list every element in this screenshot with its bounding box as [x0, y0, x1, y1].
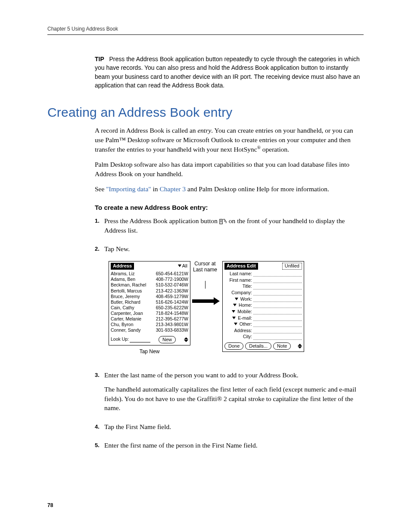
address-row[interactable]: Chu, Byron213-343-9801W	[111, 322, 188, 327]
edit-field[interactable]: Last name:	[224, 271, 302, 277]
address-row[interactable]: Bertolli, Marcus213-422-1363W	[111, 288, 188, 294]
category-picker[interactable]: Unfiled	[282, 263, 302, 270]
address-row[interactable]: Conner, Sandy301-933-6833W	[111, 327, 188, 333]
address-book-app-icon	[219, 218, 227, 224]
tip-block: TIP Press the Address Book application b…	[95, 55, 364, 90]
intro-para-2: Palm Desktop software also has data impo…	[95, 160, 364, 178]
page-number: 78	[47, 502, 364, 508]
cursor-caption: Cursor at Last name	[190, 261, 220, 273]
intro-para-3: See "Importing data" in Chapter 3 and Pa…	[95, 184, 364, 193]
edit-field[interactable]: Title:	[224, 283, 302, 289]
address-row[interactable]: Carpenter, Joan718-824-1548W	[111, 311, 188, 316]
tip-label: TIP	[95, 56, 104, 62]
address-row[interactable]: Cain, Cathy650-235-6222W	[111, 305, 188, 311]
address-row[interactable]: Butler, Richard516-626-1424W	[111, 299, 188, 305]
new-button[interactable]: New	[159, 336, 176, 343]
details-button[interactable]: Details...	[245, 342, 271, 350]
screen-title: Address	[111, 263, 134, 270]
procedure-heading: To create a new Address Book entry:	[95, 203, 364, 212]
tap-new-caption: Tap New	[109, 348, 190, 355]
edit-field[interactable]: Company:	[224, 290, 302, 296]
edit-field[interactable]: Work:	[224, 296, 302, 302]
category-picker[interactable]: All	[177, 263, 188, 269]
arrow-right-icon	[190, 298, 220, 304]
link-chapter-3[interactable]: Chapter 3	[159, 185, 186, 193]
dropdown-icon	[235, 298, 238, 300]
step-number: 1.	[95, 216, 104, 240]
step-2: Tap New. Address All Abrams, Liz650-454-…	[104, 244, 364, 366]
tip-text: Press the Address Book application butto…	[95, 56, 360, 89]
svg-rect-0	[220, 219, 222, 224]
address-list-screen: Address All Abrams, Liz650-454-6121WAdam…	[109, 261, 190, 345]
address-edit-screen: Address Edit Unfiled Last name:First nam…	[222, 261, 304, 352]
intro-para-1: A record in Address Book is called an en…	[95, 126, 364, 154]
dropdown-icon	[232, 317, 236, 319]
step-number: 5.	[95, 441, 104, 455]
step-number: 3.	[95, 370, 104, 418]
dropdown-icon	[234, 323, 237, 325]
step-number: 2.	[95, 244, 104, 366]
step-3: Enter the last name of the person you wa…	[104, 370, 364, 418]
edit-field[interactable]: City:	[224, 334, 302, 339]
edit-field[interactable]: First name:	[224, 277, 302, 283]
done-button[interactable]: Done	[224, 342, 243, 350]
edit-field[interactable]: Other:	[224, 321, 302, 327]
step-5: Enter the first name of the person in th…	[104, 441, 364, 455]
running-header: Chapter 5 Using Address Book	[47, 26, 364, 35]
address-row[interactable]: Bruce, Jeremy408-459-1279W	[111, 294, 188, 299]
step-4: Tap the First Name field.	[104, 422, 364, 436]
scroll-arrows-icon[interactable]	[184, 337, 188, 342]
edit-field[interactable]: Mobile:	[224, 309, 302, 314]
address-row[interactable]: Beckman, Rachel510-532-0746W	[111, 282, 188, 288]
address-row[interactable]: Adams, Ben408-772-1900W	[111, 277, 188, 282]
scroll-arrows-icon[interactable]	[298, 344, 302, 348]
edit-field[interactable]: E-mail:	[224, 315, 302, 321]
note-button[interactable]: Note	[273, 342, 291, 350]
dropdown-icon	[232, 310, 235, 313]
section-heading: Creating an Address Book entry	[47, 105, 364, 120]
dropdown-icon	[233, 304, 237, 306]
address-row[interactable]: Abrams, Liz650-454-6121W	[111, 271, 188, 277]
link-importing-data[interactable]: "Importing data"	[106, 185, 151, 193]
figure: Address All Abrams, Liz650-454-6121WAdam…	[109, 261, 364, 355]
step-number: 4.	[95, 422, 104, 436]
address-row[interactable]: Carter, Melanie212-395-6277W	[111, 316, 188, 322]
callout-line	[205, 281, 206, 289]
step-1: Press the Address Book application butto…	[104, 216, 364, 240]
screen-title: Address Edit	[224, 263, 258, 270]
lookup-field[interactable]: Look Up:	[111, 336, 150, 342]
edit-field[interactable]: Home:	[224, 302, 302, 308]
edit-field[interactable]: Address:	[224, 328, 302, 333]
